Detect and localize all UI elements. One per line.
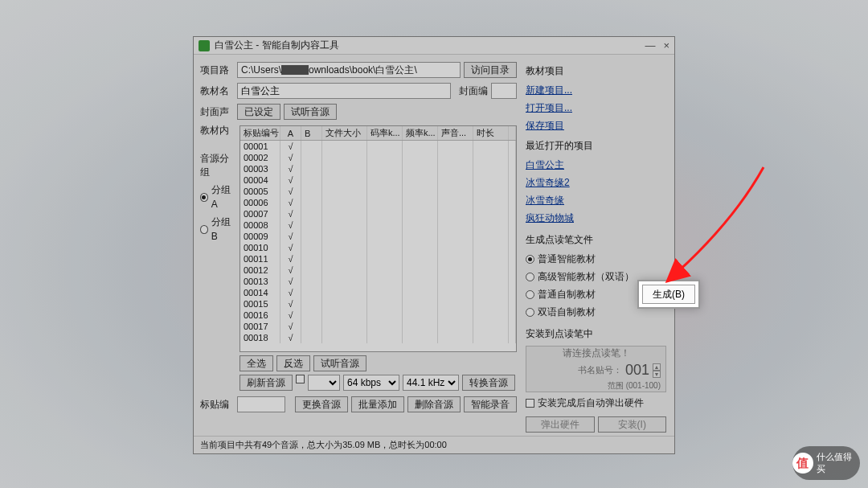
table-row[interactable]: 00006√ (240, 197, 516, 208)
install-button[interactable]: 安装(I) (598, 416, 667, 433)
sticker-label: 标贴编 (200, 398, 234, 412)
group-a-radio[interactable]: 分组A (200, 182, 233, 211)
table-row[interactable]: 00002√ (240, 152, 516, 163)
radio-off-icon (200, 225, 208, 234)
book-sticker-label: 书名贴号： (578, 364, 622, 376)
table-row[interactable]: 00014√ (240, 287, 516, 298)
preview-audio-button[interactable]: 试听音源 (313, 355, 366, 371)
batch-add-button[interactable]: 批量添加 (351, 396, 404, 412)
name-input[interactable] (237, 83, 451, 99)
table-row[interactable]: 00016√ (240, 310, 516, 321)
browse-button[interactable]: 访问目录 (464, 62, 517, 78)
status-text: 当前项目中共有49个音源，总大小为35.09 MB，总时长为00:00 (200, 440, 447, 449)
watermark-icon: 值 (792, 453, 813, 474)
material-content-label: 教材内 (200, 124, 233, 137)
left-pane: 项目路 C:\Users\ownloads\book\白雪公主\ 访问目录 教材… (194, 55, 520, 436)
open-project-link[interactable]: 打开项目... (526, 100, 666, 115)
watermark-text: 什么值得买 (817, 451, 860, 475)
bitrate-select[interactable]: 64 kbps (343, 375, 399, 391)
app-icon (199, 40, 210, 51)
table-row[interactable]: 00009√ (240, 231, 516, 242)
audio-table: 标贴编号 A B 文件大小 码率k... 频率k... 声音... 时长 000… (240, 125, 517, 352)
delete-audio-button[interactable]: 删除音源 (407, 396, 461, 412)
table-row[interactable]: 00011√ (240, 253, 516, 265)
table-row[interactable]: 00018√ (240, 332, 516, 343)
convert-audio-button[interactable]: 转换音源 (462, 375, 515, 391)
project-section-title: 教材项目 (526, 64, 666, 78)
group-b-radio[interactable]: 分组B (200, 215, 233, 244)
generate-section-title: 生成点读笔文件 (526, 233, 666, 247)
window-title: 白雪公主 - 智能自制内容工具 (215, 39, 339, 52)
smart-record-button[interactable]: 智能录音 (464, 396, 517, 412)
watermark: 值 什么值得买 (792, 446, 860, 480)
generate-button[interactable]: 生成(B) (642, 285, 695, 304)
table-row[interactable]: 00010√ (240, 242, 516, 253)
cover-preview-button[interactable]: 试听音源 (284, 104, 337, 120)
freq-select[interactable]: 44.1 kHz (403, 375, 459, 391)
table-header: 标贴编号 A B 文件大小 码率k... 频率k... 声音... 时长 (240, 126, 516, 141)
save-project-link[interactable]: 保存项目 (526, 118, 666, 133)
auto-eject-checkbox[interactable]: 安装完成后自动弹出硬件 (526, 396, 666, 410)
table-body[interactable]: 00001√00002√00003√00004√00005√00006√0000… (240, 141, 516, 351)
invert-select-button[interactable]: 反选 (276, 355, 310, 371)
table-row[interactable]: 00015√ (240, 298, 516, 310)
close-button[interactable]: × (663, 39, 669, 51)
convert-mode-select[interactable] (308, 375, 340, 391)
refresh-audio-button[interactable]: 刷新音源 (240, 375, 293, 391)
radio-on-icon (200, 193, 208, 202)
recent-item[interactable]: 白雪公主 (526, 158, 666, 172)
cover-sound-label: 封面声 (200, 105, 234, 119)
status-bar: 当前项目中共有49个音源，总大小为35.09 MB，总时长为00:00 (194, 436, 674, 453)
recent-item[interactable]: 冰雪奇缘2 (526, 175, 666, 190)
cover-edit-label: 封面编 (459, 84, 488, 98)
masked-user (281, 65, 309, 75)
gen-option-0[interactable]: 普通智能教材 (526, 252, 666, 266)
table-row[interactable]: 00007√ (240, 208, 516, 219)
table-row[interactable]: 00005√ (240, 186, 516, 197)
select-all-button[interactable]: 全选 (240, 355, 273, 371)
new-project-link[interactable]: 新建项目... (526, 83, 666, 97)
pen-status-box: 请连接点读笔！ 书名贴号： 001 ▲▼ 范围 (001-100) (526, 346, 666, 392)
table-row[interactable]: 00017√ (240, 321, 516, 332)
sticker-input[interactable] (237, 396, 285, 412)
replace-audio-button[interactable]: 更换音源 (295, 396, 348, 412)
cover-set-button[interactable]: 已设定 (237, 104, 280, 120)
right-pane: 教材项目 新建项目... 打开项目... 保存项目 最近打开的项目 白雪公主 冰… (520, 55, 673, 436)
table-row[interactable]: 00003√ (240, 163, 516, 174)
convert-checkbox[interactable] (296, 375, 305, 383)
install-section-title: 安装到点读笔中 (526, 327, 666, 341)
sticker-stepper[interactable]: ▲▼ (653, 363, 661, 378)
app-window: 白雪公主 - 智能自制内容工具 — × 项目路 C:\Users\ownload… (193, 36, 675, 454)
titlebar: 白雪公主 - 智能自制内容工具 — × (194, 37, 674, 55)
cover-edit-input[interactable] (491, 83, 517, 99)
table-row[interactable]: 00004√ (240, 174, 516, 186)
book-sticker-value: 001 (625, 362, 649, 379)
audio-group-label: 音源分组 (200, 152, 233, 179)
table-row[interactable]: 00008√ (240, 219, 516, 231)
path-label: 项目路 (200, 64, 234, 77)
table-row[interactable]: 00013√ (240, 276, 516, 287)
name-label: 教材名 (200, 84, 234, 98)
recent-item[interactable]: 疯狂动物城 (526, 211, 666, 225)
connect-hint: 请连接点读笔！ (531, 347, 661, 360)
recent-item[interactable]: 冰雪奇缘 (526, 193, 666, 207)
table-row[interactable]: 00001√ (240, 141, 516, 152)
recent-section-title: 最近打开的项目 (526, 139, 666, 153)
minimize-button[interactable]: — (645, 39, 655, 51)
eject-button[interactable]: 弹出硬件 (526, 416, 595, 433)
generate-button-highlight: 生成(B) (637, 280, 700, 309)
range-hint: 范围 (001-100) (531, 380, 661, 392)
table-row[interactable]: 00012√ (240, 265, 516, 276)
path-input[interactable]: C:\Users\ownloads\book\白雪公主\ (237, 62, 461, 78)
